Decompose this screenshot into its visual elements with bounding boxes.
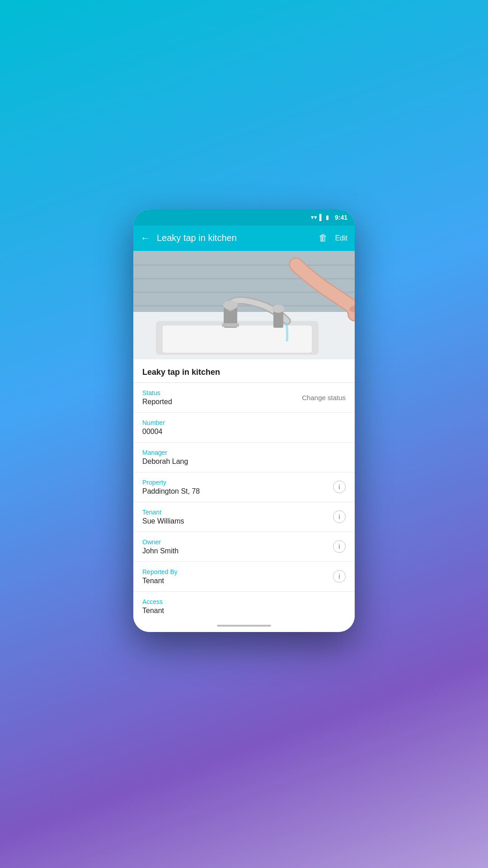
- number-label: Number: [142, 419, 346, 426]
- detail-row-property: Property Paddington St, 78 i: [133, 472, 355, 502]
- manager-content: Manager Deborah Lang: [142, 449, 346, 466]
- property-content: Property Paddington St, 78: [142, 479, 333, 495]
- svg-rect-5: [133, 305, 355, 307]
- svg-rect-2: [133, 264, 355, 266]
- detail-row-access: Access Tenant: [133, 592, 355, 621]
- reported-by-label: Reported By: [142, 568, 333, 576]
- status-content: Status Reported: [142, 389, 302, 406]
- tenant-value: Sue Williams: [142, 517, 333, 525]
- tenant-info-button[interactable]: i: [333, 510, 346, 523]
- reported-by-info-button[interactable]: i: [333, 570, 346, 583]
- manager-label: Manager: [142, 449, 346, 456]
- property-label: Property: [142, 479, 333, 486]
- detail-row-owner: Owner John Smith i: [133, 532, 355, 562]
- change-status-button[interactable]: Change status: [302, 394, 346, 401]
- battery-icon: ▮: [326, 214, 329, 221]
- detail-row-status: Status Reported Change status: [133, 383, 355, 413]
- status-label: Status: [142, 389, 302, 396]
- detail-row-tenant: Tenant Sue Williams i: [133, 502, 355, 532]
- svg-rect-10: [222, 323, 239, 327]
- signal-icon: ▌: [319, 214, 324, 221]
- svg-point-11: [223, 301, 238, 310]
- reported-by-content: Reported By Tenant: [142, 568, 333, 585]
- number-value: 00004: [142, 428, 346, 436]
- hero-svg: [133, 251, 355, 359]
- detail-row-manager: Manager Deborah Lang: [133, 443, 355, 472]
- detail-row-number: Number 00004: [133, 413, 355, 443]
- tenant-label: Tenant: [142, 509, 333, 516]
- wifi-icon: ▾▾: [311, 214, 317, 221]
- status-bar-time: 9:41: [335, 214, 347, 221]
- delete-button[interactable]: 🗑: [319, 233, 328, 243]
- hero-image: [133, 251, 355, 359]
- access-label: Access: [142, 598, 346, 605]
- phone-shell: ▾▾ ▌ ▮ 9:41 ← Leaky tap in kitchen 🗑 Edi…: [133, 209, 355, 632]
- home-indicator: [217, 625, 271, 627]
- status-value: Reported: [142, 398, 302, 406]
- app-bar-title: Leaky tap in kitchen: [157, 233, 319, 243]
- status-icons: ▾▾ ▌ ▮ 9:41: [311, 214, 347, 221]
- property-value: Paddington St, 78: [142, 487, 333, 495]
- number-content: Number 00004: [142, 419, 346, 436]
- owner-content: Owner John Smith: [142, 538, 333, 555]
- manager-value: Deborah Lang: [142, 458, 346, 466]
- app-bar: ← Leaky tap in kitchen 🗑 Edit: [133, 226, 355, 251]
- owner-label: Owner: [142, 538, 333, 546]
- reported-by-value: Tenant: [142, 577, 333, 585]
- access-content: Access Tenant: [142, 598, 346, 615]
- card-title: Leaky tap in kitchen: [133, 359, 355, 383]
- edit-button[interactable]: Edit: [335, 234, 347, 242]
- back-button[interactable]: ←: [141, 232, 150, 244]
- tenant-content: Tenant Sue Williams: [142, 509, 333, 525]
- bottom-indicator: [133, 621, 355, 632]
- access-value: Tenant: [142, 607, 346, 615]
- svg-rect-8: [163, 326, 312, 353]
- app-bar-actions: 🗑 Edit: [319, 233, 347, 243]
- status-bar: ▾▾ ▌ ▮ 9:41: [133, 209, 355, 226]
- owner-value: John Smith: [142, 547, 333, 555]
- content-card: Leaky tap in kitchen Status Reported Cha…: [133, 359, 355, 621]
- svg-point-13: [272, 305, 285, 313]
- owner-info-button[interactable]: i: [333, 540, 346, 553]
- detail-row-reported-by: Reported By Tenant i: [133, 562, 355, 592]
- property-info-button[interactable]: i: [333, 481, 346, 493]
